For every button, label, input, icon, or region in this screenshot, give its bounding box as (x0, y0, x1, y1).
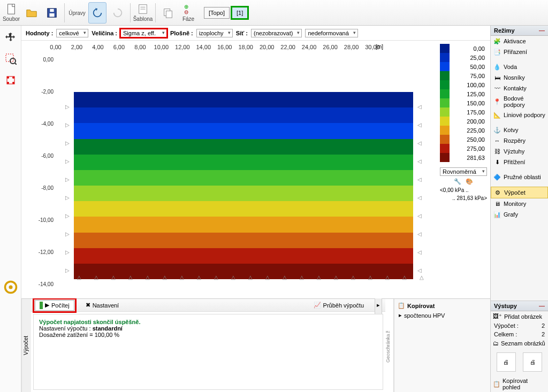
color-legend: 0,0025,0050,0075,00100,00125,00150,00175… (437, 41, 490, 298)
tab-phase-1[interactable]: [1] (232, 7, 248, 19)
mode-přiřazení[interactable]: 📑Přiřazení (491, 47, 548, 57)
canvas[interactable]: 0,002,004,006,008,0010,0012,0014,0016,00… (21, 41, 437, 298)
copy-panel: 📋Kopírovat ▸ spočtenou HPV (394, 299, 490, 392)
settings-gear-icon[interactable] (3, 280, 18, 295)
stress-bands (74, 92, 413, 279)
svg-point-15 (7, 76, 9, 79)
mode-nosníky[interactable]: 🛏Nosníky (491, 72, 548, 83)
save-button[interactable] (43, 2, 61, 24)
bottom-tab-vypocet[interactable]: Výpočet (21, 299, 31, 392)
outputs-header: Výstupy— (491, 301, 548, 311)
phase-label: Fáze (182, 16, 194, 22)
mode-pružné oblasti[interactable]: 🔷Pružné oblasti (491, 172, 548, 182)
edits-label: Úpravy (68, 10, 86, 16)
svg-point-12 (10, 58, 16, 64)
mode-aktivace[interactable]: 🧩Aktivace (491, 36, 548, 47)
svg-rect-8 (166, 11, 172, 18)
progress-button[interactable]: 📈 Průběh výpočtu (309, 301, 368, 310)
svg-line-13 (15, 63, 17, 65)
svg-rect-2 (49, 13, 54, 16)
mode-přitížení[interactable]: ⬇Přitížení (491, 157, 548, 167)
geoschranka-tab[interactable]: Geoschránka™ (385, 299, 394, 392)
zoom-area-tool[interactable] (3, 51, 18, 66)
main-toolbar: Soubor Úpravy Šablona ⊕⊖ Fáze [Topo] [1] (0, 0, 548, 26)
mode-bodové podpory[interactable]: 📍Bodové podpory (491, 94, 548, 110)
mode-kotvy[interactable]: ⚓Kotvy (491, 125, 548, 135)
deform-dropdown[interactable]: nedeformovaná (305, 29, 357, 37)
scale-dropdown[interactable]: Rovnoměrná (440, 167, 487, 176)
mode-výpočet[interactable]: ⚙Výpočet (491, 187, 548, 198)
svg-point-17 (7, 82, 9, 84)
svg-rect-11 (6, 54, 13, 62)
modes-list: 🧩Aktivace📑Přiřazení💧Voda🛏Nosníky〰Kontakt… (491, 36, 548, 301)
calc-button-highlight: ▶ Počítej (34, 299, 75, 311)
calculate-button[interactable]: ▶ Počítej (35, 300, 74, 311)
result-success: Výpočet napjatosti skončil úspěšně. (39, 319, 377, 325)
hodnoty-label: Hodnoty : (26, 30, 53, 36)
phase-tabs: [Topo] [1] (204, 7, 248, 19)
copy-view-button[interactable]: 📋 Kopírovat pohled (491, 376, 548, 392)
svg-text:⊖: ⊖ (184, 9, 188, 15)
left-toolbar (0, 26, 21, 392)
template-menu[interactable]: Šablona (134, 2, 152, 24)
svg-point-16 (12, 76, 14, 79)
undo-button[interactable] (88, 2, 106, 24)
edits-menu[interactable]: Úpravy (68, 2, 86, 24)
tab-topo[interactable]: [Topo] (204, 7, 230, 19)
mode-voda[interactable]: 💧Voda (491, 62, 548, 72)
plosne-dropdown[interactable]: izoplochy (196, 29, 233, 37)
settings-button[interactable]: ✖ Nastavení (81, 301, 124, 310)
file-menu[interactable]: Soubor (2, 2, 20, 24)
range-high: .. 281,63 kPa> (440, 195, 487, 201)
redo-button (109, 2, 127, 24)
image-list-button[interactable]: 🗂 Seznam obrázků (491, 339, 548, 348)
velicina-label: Veličina : (92, 30, 117, 36)
hodnoty-dropdown[interactable]: celkové (56, 29, 88, 37)
print-color-button[interactable]: 🖨 (523, 352, 542, 372)
svg-rect-3 (50, 9, 54, 12)
velicina-dropdown[interactable]: Sigma z, eff. (120, 29, 167, 37)
palette-icon[interactable]: 🎨 (466, 178, 473, 185)
svg-rect-0 (8, 4, 15, 14)
view-options-bar: Hodnoty : celkové Veličina : Sigma z, ef… (21, 26, 490, 41)
ruler-unit: [m] (376, 44, 383, 50)
mode-grafy[interactable]: 📊Grafy (491, 209, 548, 220)
svg-point-20 (9, 286, 13, 289)
ruler-left: 0,00-2,00-4,00-6,00-8,00-10,00-12,00-14,… (32, 57, 54, 288)
result-log: Výpočet napjatosti skončil úspěšně. Nast… (33, 314, 383, 390)
plot-area: ▷◁▷◁▷◁▷◁▷◁▷◁▷◁▷◁▷◁▷◁△△△△△△△△△△△△△△△△△△△△… (61, 56, 426, 288)
sit-dropdown[interactable]: (nezobrazovat) (251, 29, 302, 37)
mode-rozpěry[interactable]: ↔Rozpěry (491, 135, 548, 146)
copy-button[interactable] (159, 2, 177, 24)
copy-hpv-button[interactable]: ▸ spočtenou HPV (397, 310, 488, 320)
bottom-panel: Výpočet ▶ Počítej ✖ Nastavení 📈 Průběh v… (21, 298, 490, 392)
file-label: Soubor (3, 16, 20, 22)
range-low: <0,00 kPa .. (440, 187, 487, 193)
svg-point-18 (12, 82, 14, 84)
mode-monitory[interactable]: 🖥Monitory (491, 198, 548, 209)
add-image-button[interactable]: 🖼⁺ Přidat obrázek (491, 311, 548, 321)
sit-label: Síť : (236, 30, 248, 36)
template-label: Šablona (133, 16, 153, 22)
phase-menu[interactable]: ⊕⊖ Fáze (179, 2, 197, 24)
open-button[interactable] (22, 2, 41, 24)
right-panel: Režimy— 🧩Aktivace📑Přiřazení💧Voda🛏Nosníky… (490, 26, 548, 392)
minimize-icon[interactable]: — (539, 27, 545, 34)
modes-header: Režimy— (491, 26, 548, 36)
copy-icon: 📋 (398, 302, 405, 309)
pan-tool[interactable] (3, 30, 18, 45)
ruler-top: 0,002,004,006,008,0010,0012,0014,0016,00… (56, 44, 372, 55)
mode-výztuhy[interactable]: ⛓Výztuhy (491, 146, 548, 157)
mode-kontakty[interactable]: 〰Kontakty (491, 83, 548, 94)
wrench-icon[interactable]: 🔧 (454, 178, 461, 185)
mode-liniové podpory[interactable]: 📐Liniové podpory (491, 110, 548, 120)
plosne-label: Plošně : (170, 30, 193, 36)
result-load: Dosažené zatížení = 100,00 % (39, 332, 377, 338)
print-button[interactable]: 🖨 (497, 352, 516, 372)
minimize-icon[interactable]: — (539, 303, 545, 309)
fit-tool[interactable] (3, 73, 18, 88)
